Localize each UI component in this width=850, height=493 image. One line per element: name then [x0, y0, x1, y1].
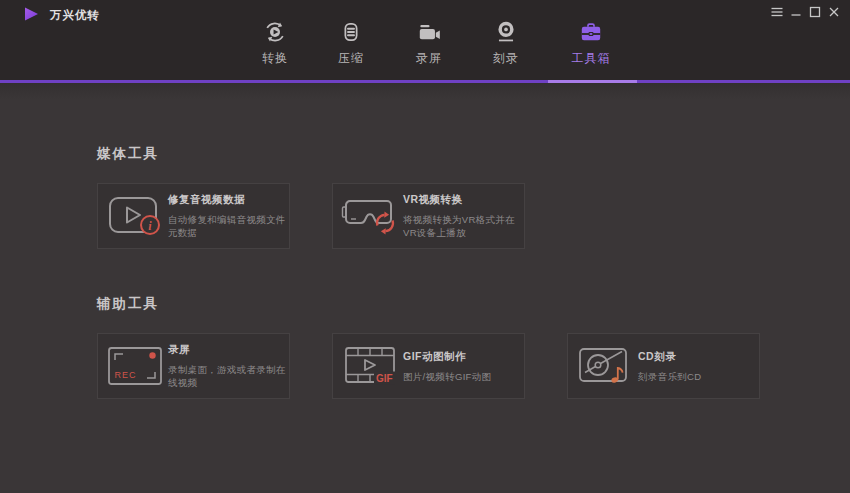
app-logo-icon	[22, 6, 40, 26]
window-controls	[769, 4, 842, 19]
nav-underline	[0, 80, 850, 83]
tab-label: 压缩	[313, 50, 389, 67]
app-window: 万兴优转	[0, 0, 850, 493]
tab-convert[interactable]: 转换	[237, 18, 313, 67]
toolbox-icon	[553, 18, 629, 45]
card-description: 自动修复和编辑音视频文件元数据	[168, 213, 286, 239]
gif-maker-icon: GIF	[340, 345, 400, 387]
hamburger-menu-icon[interactable]	[769, 4, 785, 19]
card-vr-converter[interactable]: VR视频转换 将视频转换为VR格式并在VR设备上播放	[332, 183, 525, 249]
fix-media-icon: i	[105, 192, 165, 240]
card-cd-burner[interactable]: CD刻录 刻录音乐到CD	[567, 333, 760, 399]
gif-label: GIF	[376, 373, 393, 384]
card-title: CD刻录	[638, 350, 756, 364]
card-title: 录屏	[168, 343, 286, 357]
screen-recorder-icon: REC	[105, 344, 165, 388]
tab-toolbox[interactable]: 工具箱	[553, 18, 629, 67]
card-description: 刻录音乐到CD	[638, 370, 756, 383]
app-title: 万兴优转	[50, 8, 100, 23]
close-icon[interactable]	[826, 4, 842, 19]
toolbox-panel: 媒体工具 i 修复音视频数据 自动修复和编辑音视频文件元数据	[0, 83, 850, 493]
tab-label: 转换	[237, 50, 313, 67]
maximize-icon[interactable]	[807, 4, 823, 19]
convert-icon	[237, 18, 313, 45]
burn-icon	[468, 18, 544, 45]
card-fix-media[interactable]: i 修复音视频数据 自动修复和编辑音视频文件元数据	[97, 183, 290, 249]
tab-record[interactable]: 录屏	[391, 18, 467, 67]
tab-compress[interactable]: 压缩	[313, 18, 389, 67]
vr-converter-icon	[340, 192, 400, 240]
card-description: 将视频转换为VR格式并在VR设备上播放	[403, 213, 521, 239]
cd-burner-icon	[575, 344, 635, 388]
card-title: GIF动图制作	[403, 350, 521, 364]
tab-label: 录屏	[391, 50, 467, 67]
card-title: VR视频转换	[403, 193, 521, 207]
tab-label: 工具箱	[553, 50, 629, 67]
card-description: 图片/视频转GIF动图	[403, 370, 521, 383]
section-title-auxiliary-tools: 辅助工具	[97, 295, 159, 313]
record-icon	[391, 18, 467, 45]
header: 万兴优转	[0, 0, 850, 80]
tab-label: 刻录	[468, 50, 544, 67]
rec-label: REC	[115, 370, 137, 380]
compress-icon	[313, 18, 389, 45]
card-title: 修复音视频数据	[168, 193, 286, 207]
section-title-media-tools: 媒体工具	[97, 145, 159, 163]
card-description: 录制桌面，游戏或者录制在线视频	[168, 363, 286, 389]
tab-burn[interactable]: 刻录	[468, 18, 544, 67]
card-gif-maker[interactable]: GIF GIF动图制作 图片/视频转GIF动图	[332, 333, 525, 399]
active-tab-underline	[548, 80, 637, 83]
minimize-icon[interactable]	[788, 4, 804, 19]
card-screen-recorder[interactable]: REC 录屏 录制桌面，游戏或者录制在线视频	[97, 333, 290, 399]
